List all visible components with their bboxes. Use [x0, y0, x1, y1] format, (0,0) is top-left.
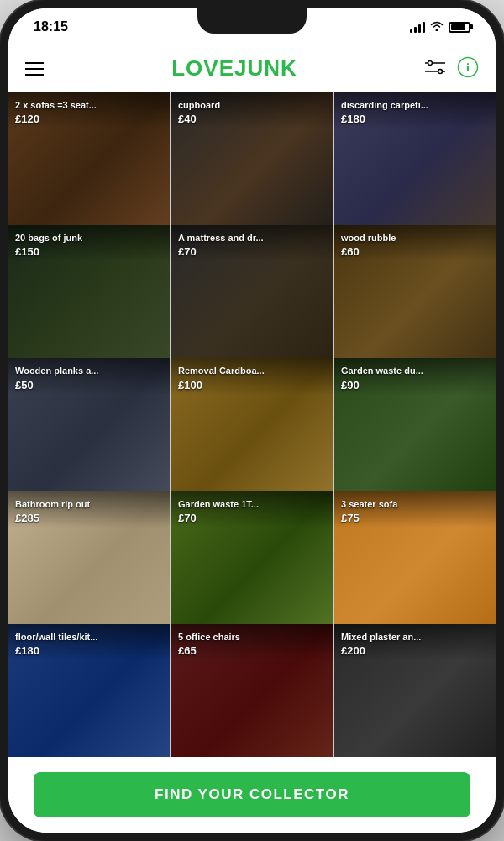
listing-info-overlay: cupboard £40 [171, 92, 333, 129]
app-logo: LOVEJUNK [171, 55, 297, 81]
status-icons [410, 20, 470, 34]
listing-title: Garden waste du... [341, 365, 489, 376]
listing-title: Garden waste 1T... [178, 498, 326, 510]
listing-title: discarding carpeti... [341, 99, 489, 111]
listings-grid: 2 x sofas =3 seat... £120 2 mins cupboar… [8, 92, 496, 757]
listing-info-overlay: 5 office chairs £65 [171, 624, 333, 660]
notch [197, 8, 307, 34]
listing-price: £90 [341, 379, 489, 392]
listing-title: Wooden planks a... [15, 365, 163, 376]
app-header: LOVEJUNK i [8, 45, 496, 92]
list-item[interactable]: floor/wall tiles/kit... £180 ♥ [8, 624, 170, 757]
listing-price: £285 [15, 512, 163, 524]
header-actions: i [425, 56, 479, 81]
info-icon[interactable]: i [457, 56, 479, 81]
listing-info-overlay: floor/wall tiles/kit... £180 [8, 624, 170, 660]
cta-bar: FIND YOUR COLLECTOR [8, 757, 496, 833]
listing-price: £150 [15, 245, 163, 258]
listing-title: floor/wall tiles/kit... [15, 631, 163, 643]
listing-price: £65 [178, 644, 326, 657]
listing-price: £100 [178, 379, 326, 392]
listing-price: £70 [178, 245, 326, 258]
listing-price: £70 [178, 512, 326, 524]
listing-title: 20 bags of junk [15, 232, 163, 244]
filter-icon[interactable] [425, 59, 445, 79]
listing-title: A mattress and dr... [178, 232, 326, 244]
listing-info-overlay: Mixed plaster an... £200 [334, 624, 496, 660]
listing-title: 3 seater sofa [341, 498, 489, 510]
listing-info-overlay: Bathroom rip out £285 [8, 491, 170, 528]
status-time: 18:15 [34, 19, 68, 34]
listing-title: Bathroom rip out [15, 498, 163, 510]
listing-info-overlay: Garden waste 1T... £70 [171, 491, 333, 528]
listing-title: 2 x sofas =3 seat... [15, 99, 163, 111]
listing-title: Mixed plaster an... [341, 631, 489, 643]
battery-icon [449, 22, 470, 33]
listing-info-overlay: A mattress and dr... £70 [171, 225, 333, 261]
wifi-icon [430, 20, 444, 34]
listing-price: £50 [15, 379, 163, 392]
list-item[interactable]: 5 office chairs £65 [171, 624, 333, 757]
phone-frame: 18:15 [0, 0, 504, 841]
listing-info-overlay: 3 seater sofa £75 [334, 491, 496, 528]
screen: 18:15 [8, 8, 496, 833]
svg-text:i: i [466, 61, 470, 74]
listing-price: £120 [15, 113, 163, 125]
listing-price: £60 [341, 245, 489, 258]
listing-info-overlay: Wooden planks a... £50 [8, 358, 170, 394]
listing-info-overlay: discarding carpeti... £180 [334, 92, 496, 129]
listing-title: wood rubble [341, 232, 489, 244]
listing-info-overlay: Garden waste du... £90 [334, 358, 496, 394]
listing-title: Removal Cardboa... [178, 365, 326, 376]
menu-button[interactable] [25, 62, 44, 76]
listing-title: cupboard [178, 99, 326, 111]
find-collector-button[interactable]: FIND YOUR COLLECTOR [34, 772, 470, 817]
listing-info-overlay: 2 x sofas =3 seat... £120 [8, 92, 170, 129]
listing-info-overlay: wood rubble £60 [334, 225, 496, 261]
listing-title: 5 office chairs [178, 631, 326, 643]
list-item[interactable]: Mixed plaster an... £200 [334, 624, 496, 757]
listing-price: £180 [341, 113, 489, 125]
listing-price: £180 [15, 644, 163, 657]
listing-price: £40 [178, 113, 326, 125]
listing-price: £200 [341, 644, 489, 657]
listing-info-overlay: Removal Cardboa... £100 [171, 358, 333, 394]
signal-icon [410, 21, 425, 33]
listing-info-overlay: 20 bags of junk £150 [8, 225, 170, 261]
listing-price: £75 [341, 512, 489, 524]
